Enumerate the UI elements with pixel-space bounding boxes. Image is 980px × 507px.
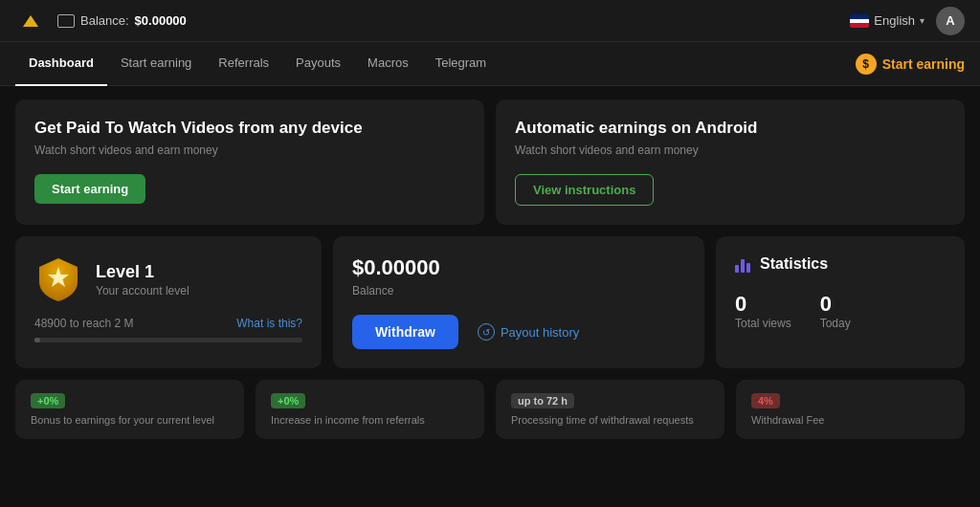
video-card-title: Get Paid To Watch Videos from any device [34, 119, 465, 138]
level-title: Level 1 [96, 262, 189, 282]
balance-card-label: Balance [352, 284, 685, 298]
balance-card: $0.00000 Balance Withdraw ↺ Payout histo… [333, 236, 704, 368]
what-is-this-link[interactable]: What is this? [236, 317, 302, 330]
nav-item-dashboard[interactable]: Dashboard [15, 42, 107, 86]
progress-fill [34, 338, 40, 342]
level-header: Level 1 Your account level [34, 255, 302, 303]
stats-title: Statistics [760, 255, 828, 273]
level-info: Level 1 Your account level [96, 262, 189, 298]
main-content: Get Paid To Watch Videos from any device… [0, 86, 980, 452]
stat-total-views: 0 Total views [735, 292, 791, 330]
badge-fee: 4% [751, 393, 780, 408]
language-selector[interactable]: English ▾ [850, 13, 924, 28]
nav-item-referrals[interactable]: Referrals [205, 42, 282, 86]
badge-processing: up to 72 h [511, 393, 574, 408]
logo-icon [15, 6, 46, 36]
star-badge [34, 255, 82, 303]
referral-label: Increase in income from referrals [271, 414, 469, 426]
language-label: English [874, 13, 915, 28]
stats-bar-3 [746, 263, 750, 273]
start-earning-button[interactable]: Start earning [34, 174, 145, 204]
level-card: Level 1 Your account level 48900 to reac… [15, 236, 322, 368]
nav-items: Dashboard Start earning Referrals Payout… [15, 42, 856, 86]
stats-card: Statistics 0 Total views 0 Today [716, 236, 965, 368]
total-views-value: 0 [735, 292, 791, 317]
topbar: Balance: $0.00000 English ▾ A [0, 0, 980, 42]
android-card-subtitle: Watch short videos and earn money [515, 143, 946, 157]
video-card: Get Paid To Watch Videos from any device… [15, 99, 484, 225]
badge-bonus: +0% [31, 393, 65, 408]
bottom-card-3: 4% Withdrawal Fee [736, 380, 965, 439]
stats-icon [735, 255, 750, 273]
balance-value: $0.00000 [135, 13, 187, 28]
android-card-title: Automatic earnings on Android [515, 119, 946, 138]
balance-label: Balance: [80, 13, 129, 28]
bottom-card-1: +0% Increase in income from referrals [256, 380, 484, 439]
withdraw-button[interactable]: Withdraw [352, 315, 458, 349]
badge-referral: +0% [271, 393, 305, 408]
chevron-down-icon: ▾ [920, 15, 924, 26]
nav-cta-button[interactable]: $ Start earning [856, 54, 965, 75]
navbar: Dashboard Start earning Referrals Payout… [0, 42, 980, 86]
level-sublabel: Your account level [96, 284, 189, 298]
nav-item-payouts[interactable]: Payouts [282, 42, 354, 86]
top-cards-row: Get Paid To Watch Videos from any device… [15, 99, 965, 225]
fee-label: Withdrawal Fee [751, 414, 949, 426]
bottom-cards-row: +0% Bonus to earnings for your current l… [15, 380, 965, 439]
view-instructions-button[interactable]: View instructions [515, 174, 654, 206]
bottom-card-0: +0% Bonus to earnings for your current l… [15, 380, 244, 439]
processing-label: Processing time of withdrawal requests [511, 414, 709, 426]
stats-numbers: 0 Total views 0 Today [735, 292, 946, 330]
nav-item-telegram[interactable]: Telegram [422, 42, 500, 86]
bottom-card-2: up to 72 h Processing time of withdrawal… [496, 380, 724, 439]
payout-history-link[interactable]: ↺ Payout history [478, 323, 579, 341]
balance-icon [57, 14, 75, 28]
today-label: Today [820, 317, 851, 330]
progress-bar [34, 338, 302, 342]
topbar-right: English ▾ A [850, 7, 965, 35]
payout-icon: ↺ [478, 323, 495, 341]
nav-item-macros[interactable]: Macros [354, 42, 422, 86]
flag-icon [850, 14, 869, 28]
stats-header: Statistics [735, 255, 946, 273]
total-views-label: Total views [735, 317, 791, 330]
balance-area: Balance: $0.00000 [57, 13, 187, 28]
progress-text: 48900 to reach 2 M [34, 317, 133, 330]
video-card-subtitle: Watch short videos and earn money [34, 143, 465, 157]
stat-today: 0 Today [820, 292, 851, 330]
mid-cards-row: Level 1 Your account level 48900 to reac… [15, 236, 965, 368]
android-card: Automatic earnings on Android Watch shor… [496, 99, 965, 225]
level-footer: 48900 to reach 2 M What is this? [34, 317, 302, 330]
stats-bar-2 [741, 259, 745, 273]
today-value: 0 [820, 292, 851, 317]
dollar-icon: $ [856, 54, 877, 75]
balance-amount: $0.00000 [352, 255, 685, 280]
avatar[interactable]: A [936, 7, 965, 35]
balance-actions: Withdraw ↺ Payout history [352, 315, 685, 349]
nav-item-start-earning[interactable]: Start earning [107, 42, 205, 86]
stats-bar-1 [735, 265, 739, 273]
bonus-label: Bonus to earnings for your current level [31, 414, 229, 426]
